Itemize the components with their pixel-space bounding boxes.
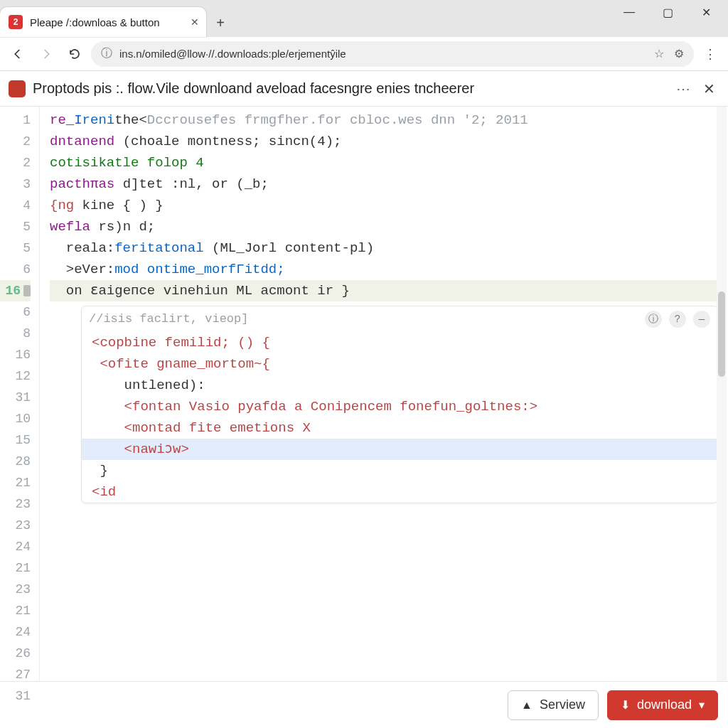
line-number: 23 — [0, 493, 31, 515]
line-number: 21 — [0, 557, 31, 579]
arrow-right-icon — [40, 48, 53, 60]
window-close-button[interactable]: ✕ — [697, 3, 715, 21]
line-number: 21 — [0, 472, 31, 493]
code-line: reala:feritatonal (ML_Jorl content-pl) — [50, 237, 722, 259]
line-number: 15 — [0, 429, 31, 451]
arrow-left-icon — [11, 48, 24, 60]
line-number: 10 — [0, 408, 31, 429]
line-number: 23 — [0, 515, 31, 536]
info-bar-close-button[interactable]: ✕ — [699, 80, 719, 97]
scrollbar-thumb[interactable] — [718, 291, 725, 377]
nav-forward-button — [34, 42, 58, 66]
chevron-down-icon: ▾ — [699, 698, 705, 712]
line-number: 31 — [0, 387, 31, 408]
line-number-gutter: 1 2 2 3 4 5 5 6 16 6 8 16 12 31 10 15 28… — [0, 107, 40, 681]
window-controls: — ▢ ✕ — [620, 0, 728, 21]
line-number: 2 — [0, 152, 31, 173]
info-bar-message: Proptods pis :. flow.Vile downloand avel… — [33, 80, 669, 97]
breakpoint-handle-icon[interactable] — [23, 285, 31, 296]
line-number: 2 — [0, 131, 31, 152]
inline-suggestion-panel: //isis faclirt, vieop] ⓘ ? — <copbine fe… — [81, 306, 718, 503]
line-number: 1 — [0, 109, 31, 131]
browser-navbar: ⓘ ins.n/omiled@llow·//.downloads:ple/erj… — [0, 37, 728, 71]
code-editor: 1 2 2 3 4 5 5 6 16 6 8 16 12 31 10 15 28… — [0, 107, 728, 681]
code-line-selected: <nawiɔw> — [82, 439, 717, 460]
line-number: 3 — [0, 173, 31, 195]
vertical-scrollbar[interactable] — [717, 107, 727, 681]
flag-icon: ▲ — [521, 699, 532, 712]
line-number: 27 — [0, 664, 31, 685]
preview-button-label: Serview — [540, 697, 585, 712]
code-line: untlened): — [82, 375, 717, 396]
bookmark-star-icon[interactable]: ☆ — [654, 47, 664, 60]
action-footer: ▲ Serview ⬇ download ▾ — [0, 681, 728, 728]
browser-titlebar: 2 Pleape /:downloas & button ✕ + — ▢ ✕ — [0, 0, 728, 37]
site-info-icon[interactable]: ⓘ — [101, 46, 112, 61]
code-line: re_Irenithe<Dccrousefes frmgfher.for cbl… — [50, 109, 722, 131]
address-bar[interactable]: ⓘ ins.n/omiled@llow·//.downloads:ple/erj… — [91, 41, 694, 67]
download-info-bar: Proptods pis :. flow.Vile downloand avel… — [0, 71, 728, 107]
code-line: {ng kine { ) } — [50, 195, 722, 216]
info-bar-more-button[interactable]: ⋯ — [676, 80, 692, 97]
window-maximize-button[interactable]: ▢ — [658, 3, 677, 21]
code-line: cotisikatle folop 4 — [50, 152, 722, 173]
code-line: wefla rs)n d; — [50, 216, 722, 237]
window-minimize-button[interactable]: — — [620, 3, 638, 21]
code-line: <id — [82, 481, 717, 503]
line-number: 16 — [0, 344, 31, 365]
line-number: 5 — [0, 216, 31, 237]
download-button[interactable]: ⬇ download ▾ — [607, 690, 718, 720]
line-number: 24 — [0, 621, 31, 643]
line-number: 24 — [0, 536, 31, 557]
code-line: >eVer:mod ontime_morfΓitdd; — [50, 259, 722, 280]
tab-close-icon[interactable]: ✕ — [191, 16, 199, 28]
code-line: <copbine femilid; () { — [82, 332, 717, 353]
tab-badge: 2 — [9, 15, 23, 29]
nav-reload-button[interactable] — [63, 42, 87, 66]
browser-menu-button[interactable]: ⋮ — [698, 46, 722, 62]
panel-collapse-icon[interactable]: — — [693, 311, 710, 328]
download-button-label: download — [637, 697, 692, 712]
line-number: 31 — [0, 685, 31, 707]
code-line: dntanend (choale montness; sincn(4); — [50, 131, 722, 152]
site-settings-icon[interactable]: ⚙ — [674, 47, 684, 60]
line-number: 8 — [0, 323, 31, 344]
line-number: 5 — [0, 237, 31, 259]
panel-help-icon[interactable]: ? — [669, 311, 686, 328]
line-number: 12 — [0, 365, 31, 387]
download-icon: ⬇ — [621, 698, 630, 712]
code-line: <montad fite emetions X — [82, 417, 717, 439]
line-number: 6 — [0, 301, 31, 323]
site-favicon — [9, 80, 26, 97]
panel-title: //isis faclirt, vieop] — [89, 309, 638, 330]
tab-title: Pleape /:downloas & button — [30, 16, 183, 28]
code-line: pacthπas d]tet :nl, or (_b; — [50, 173, 722, 195]
new-tab-button[interactable]: + — [206, 9, 235, 37]
line-number: 23 — [0, 579, 31, 600]
line-number: 28 — [0, 451, 31, 472]
reload-icon — [68, 48, 81, 60]
code-line: <fontan Vasio pyafda a Conipencem fonefu… — [82, 396, 717, 417]
browser-tab[interactable]: 2 Pleape /:downloas & button ✕ — [0, 7, 206, 37]
line-number: 6 — [0, 259, 31, 280]
line-number-current: 16 — [0, 280, 31, 301]
nav-back-button[interactable] — [6, 42, 30, 66]
panel-header: //isis faclirt, vieop] ⓘ ? — — [82, 306, 717, 332]
code-line: } — [82, 460, 717, 481]
code-area[interactable]: re_Irenithe<Dccrousefes frmgfher.for cbl… — [40, 107, 728, 681]
panel-body: <copbine femilid; () { <ofite gname_mort… — [82, 332, 717, 503]
line-number: 4 — [0, 195, 31, 216]
line-number: 21 — [0, 600, 31, 621]
panel-info-icon[interactable]: ⓘ — [645, 311, 662, 328]
preview-button[interactable]: ▲ Serview — [508, 690, 599, 720]
line-number: 26 — [0, 643, 31, 664]
address-url: ins.n/omiled@llow·//.downloads:ple/erjem… — [119, 48, 647, 60]
code-line-highlighted: on ɛaigeпce vinehiun ML acmont ir } — [50, 280, 722, 301]
code-line: <ofite gname_mortom~{ — [82, 353, 717, 375]
